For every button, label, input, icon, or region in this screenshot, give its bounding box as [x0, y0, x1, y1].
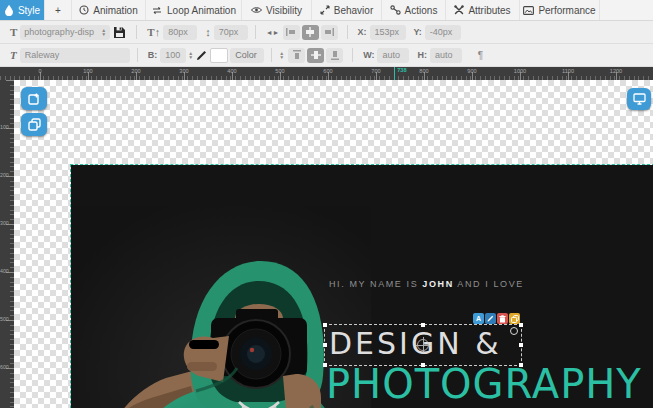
tab-performance[interactable]: Performance — [520, 0, 600, 20]
edit-style-button[interactable] — [485, 313, 496, 324]
headline-prefix: HI. MY NAME IS — [329, 279, 422, 289]
v-ruler-label: 600 — [0, 365, 9, 370]
tab-label: Behavior — [334, 5, 373, 16]
y-position-input[interactable] — [425, 25, 461, 40]
toolbar-row-typography: T photography-disp ▲▼ T↑ ↕ ◄► X: Y: — [0, 21, 653, 44]
tab-animation[interactable]: Animation — [72, 0, 146, 20]
font-weight-input[interactable] — [160, 48, 186, 63]
align-center-h-button[interactable] — [302, 25, 319, 40]
tab-label: Attributes — [468, 5, 510, 16]
save-style-button[interactable] — [113, 26, 126, 39]
align-left-button[interactable] — [283, 25, 300, 40]
select-stepper-icon[interactable]: ▲▼ — [101, 28, 106, 36]
selection-anchor-icon[interactable] — [417, 339, 429, 351]
handle-e[interactable] — [519, 343, 523, 347]
eye-icon — [251, 6, 262, 14]
vertical-ruler[interactable]: 100200300400500600 — [0, 80, 14, 408]
style-drop-icon — [4, 5, 14, 16]
text-style-select[interactable]: photography-disp ▲▼ — [20, 25, 110, 40]
tab-label: Performance — [538, 5, 595, 16]
selected-text[interactable]: DESIGN & — [329, 326, 502, 361]
h-ruler-label: 100 — [83, 68, 92, 74]
handle-n[interactable] — [421, 323, 425, 327]
h-ruler-label: 0 — [38, 68, 41, 74]
delete-button[interactable] — [497, 313, 508, 324]
tab-label: Visibility — [266, 5, 302, 16]
h-ruler-label: 800 — [419, 68, 428, 74]
tab-visibility[interactable]: Visibility — [242, 0, 312, 20]
headline-name: JOHN — [422, 279, 453, 289]
handle-ne[interactable] — [519, 323, 523, 327]
weight-stepper-icon[interactable]: ▲▼ — [188, 51, 193, 59]
tab-label: Style — [18, 5, 40, 16]
clock-icon — [79, 5, 89, 15]
add-image-icon — [28, 92, 41, 105]
preview-device-button[interactable] — [627, 88, 651, 110]
image-icon — [523, 6, 534, 15]
add-slide-button[interactable] — [21, 87, 47, 110]
edit-text-button[interactable]: A — [473, 313, 484, 324]
line-height-input[interactable] — [214, 25, 248, 40]
tab-actions[interactable]: Actions — [382, 0, 446, 20]
v-ruler-label: 100 — [0, 125, 9, 130]
eyedropper-icon[interactable] — [196, 50, 207, 61]
width-input[interactable] — [377, 48, 409, 63]
rotate-handle-icon[interactable] — [510, 327, 518, 335]
v-stepper-icon[interactable]: ▲▼ — [279, 51, 284, 59]
line-height-icon: ↕ — [205, 26, 211, 38]
align-top-button[interactable] — [288, 48, 305, 63]
tab-label: Loop Animation — [167, 5, 236, 16]
horizontal-ruler[interactable]: 0100200300400500600700800900100011001200… — [0, 67, 653, 80]
font-size-icon: T↑ — [147, 26, 160, 38]
h-ruler-label: 1200 — [610, 68, 622, 74]
tab-label: Animation — [93, 5, 137, 16]
duplicate-slide-button[interactable] — [21, 113, 47, 136]
h-ruler-label: 900 — [467, 68, 476, 74]
font-family-input[interactable] — [20, 48, 130, 63]
selection-box[interactable]: DESIGN & A — [324, 324, 522, 366]
h-label: H: — [417, 50, 427, 60]
h-ruler-label: 700 — [371, 68, 380, 74]
tab-style[interactable]: Style — [0, 0, 45, 20]
align-bottom-button[interactable] — [326, 48, 343, 63]
headline-suffix: AND I LOVE — [454, 279, 524, 289]
font-size-input[interactable] — [163, 25, 197, 40]
align-right-button[interactable] — [321, 25, 338, 40]
h-ruler-label: 1000 — [514, 68, 526, 74]
app-window: Style+AnimationLoop AnimationVisibilityB… — [0, 0, 653, 408]
h-ruler-label: 300 — [179, 68, 188, 74]
headline-photography[interactable]: PHOTOGRAPHY — [326, 361, 642, 407]
weight-label: B: — [148, 50, 158, 60]
tab-loop-animation[interactable]: Loop Animation — [146, 0, 242, 20]
x-position-input[interactable] — [370, 25, 406, 40]
v-ruler-label: 400 — [0, 269, 9, 274]
toolbar-row-font: T B: ▲▼ ▲▼ W: H: ¶ — [0, 44, 653, 67]
w-label: W: — [363, 50, 374, 60]
color-input[interactable] — [230, 48, 264, 63]
y-label: Y: — [414, 27, 422, 37]
headline-intro[interactable]: HI. MY NAME IS JOHN AND I LOVE — [329, 279, 524, 289]
tab-label: + — [55, 5, 61, 16]
tab-add-button[interactable]: + — [45, 0, 72, 20]
text-style-icon: T — [10, 26, 17, 38]
font-family-icon: T — [10, 49, 17, 61]
canvas-background: HI. MY NAME IS JOHN AND I LOVE DESIGN & … — [14, 80, 653, 408]
tab-behavior[interactable]: Behavior — [312, 0, 382, 20]
x-label: X: — [358, 27, 367, 37]
height-input[interactable] — [430, 48, 462, 63]
paragraph-button[interactable]: ¶ — [472, 48, 489, 63]
slide-canvas[interactable]: HI. MY NAME IS JOHN AND I LOVE DESIGN & … — [71, 165, 653, 408]
handle-nw[interactable] — [323, 323, 327, 327]
tab-bar: Style+AnimationLoop AnimationVisibilityB… — [0, 0, 653, 21]
handle-w[interactable] — [323, 343, 327, 347]
tab-attributes[interactable]: Attributes — [446, 0, 520, 20]
color-swatch[interactable] — [210, 48, 228, 63]
h-ruler-label: 600 — [323, 68, 332, 74]
link-icon — [390, 5, 401, 15]
h-distribute-icon: ◄► — [266, 29, 280, 36]
h-ruler-label: 200 — [131, 68, 140, 74]
align-middle-v-button[interactable] — [307, 48, 324, 63]
behavior-arrows-icon — [320, 5, 330, 15]
v-ruler-label: 300 — [0, 221, 9, 226]
monitor-icon — [633, 93, 646, 105]
